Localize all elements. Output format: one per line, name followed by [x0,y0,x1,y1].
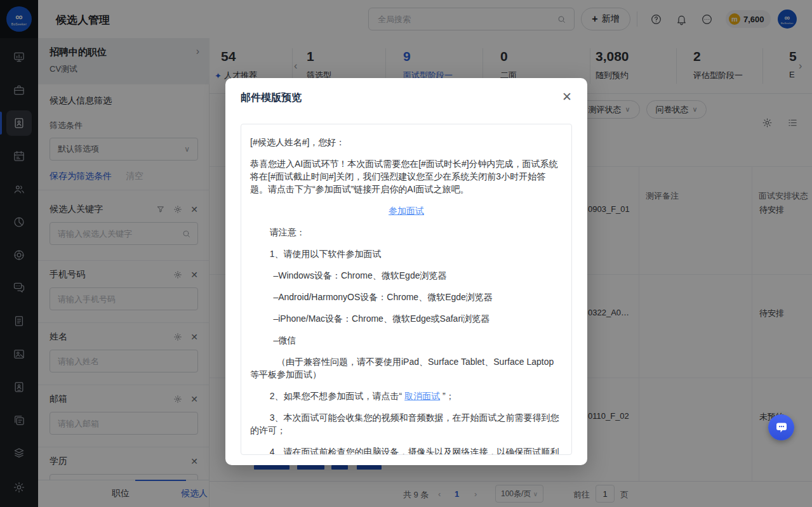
app-screen: ∞ BoSeeker 候选人管理 + 新增 m 7,600 ∞BoSeek [0,0,812,507]
close-icon[interactable]: ✕ [559,89,575,105]
modal-title: 邮件模版预览 [241,91,302,105]
cancel-interview-link[interactable]: 取消面试 [404,391,440,401]
join-interview-link[interactable]: 参加面试 [389,206,424,216]
email-body: [#候选人姓名#]，您好：恭喜您进入AI面试环节！本次面试需要您在[#面试时长#… [241,124,572,455]
email-template-preview-modal: 邮件模版预览 ✕ [#候选人姓名#]，您好：恭喜您进入AI面试环节！本次面试需要… [225,78,587,465]
chat-bubble-icon [774,420,789,435]
support-chat-button[interactable] [768,414,794,440]
